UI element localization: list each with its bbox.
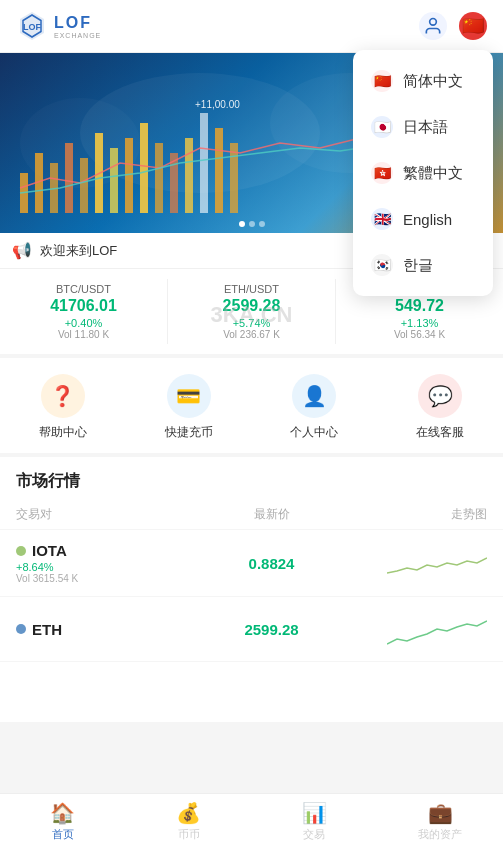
ticker-btc-vol: Vol 11.80 K bbox=[8, 329, 159, 340]
nav-trade-label: 交易 bbox=[303, 827, 325, 842]
ticker-btc-change: +0.40% bbox=[8, 317, 159, 329]
logo: LOF LOF EXCHANGE bbox=[16, 10, 101, 42]
traditional-chinese-label: 繁體中文 bbox=[403, 164, 463, 183]
svg-rect-15 bbox=[140, 123, 148, 213]
nav-coins[interactable]: 💰 币币 bbox=[126, 794, 252, 849]
announce-icon: 📢 bbox=[12, 241, 32, 260]
lang-traditional-chinese[interactable]: 🇭🇰 繁體中文 bbox=[353, 150, 493, 196]
ticker-eth-price: 2599.28 bbox=[176, 297, 327, 315]
japanese-flag: 🇯🇵 bbox=[371, 116, 393, 138]
market-header-chart: 走势图 bbox=[387, 506, 487, 523]
iota-dot bbox=[16, 546, 26, 556]
iota-price: 0.8824 bbox=[156, 555, 387, 572]
eth-name: ETH bbox=[16, 621, 156, 638]
iota-vol: Vol 3615.54 K bbox=[16, 573, 156, 584]
ticker-btc-price: 41706.01 bbox=[8, 297, 159, 315]
support-icon-wrap: 💬 bbox=[418, 374, 462, 418]
banner-dot-2[interactable] bbox=[249, 221, 255, 227]
help-icon: ❓ bbox=[50, 384, 75, 408]
svg-text:+11,00.00: +11,00.00 bbox=[195, 99, 240, 110]
profile-icon-wrap: 👤 bbox=[292, 374, 336, 418]
nav-coins-label: 币币 bbox=[178, 827, 200, 842]
korean-flag: 🇰🇷 bbox=[371, 254, 393, 276]
svg-rect-16 bbox=[155, 143, 163, 213]
profile-icon[interactable] bbox=[419, 12, 447, 40]
svg-rect-21 bbox=[230, 143, 238, 213]
quick-profile[interactable]: 👤 个人中心 bbox=[252, 374, 378, 441]
help-icon-wrap: ❓ bbox=[41, 374, 85, 418]
banner-dots bbox=[239, 221, 265, 227]
coins-icon: 💰 bbox=[176, 801, 201, 825]
announce-text: 欢迎来到LOF bbox=[40, 242, 117, 260]
logo-sub: EXCHANGE bbox=[54, 32, 101, 39]
quick-profile-label: 个人中心 bbox=[290, 424, 338, 441]
ticker-bch-price: 549.72 bbox=[344, 297, 495, 315]
svg-text:LOF: LOF bbox=[23, 22, 41, 32]
ticker-bch-vol: Vol 56.34 K bbox=[344, 329, 495, 340]
quick-help-label: 帮助中心 bbox=[39, 424, 87, 441]
quick-help[interactable]: ❓ 帮助中心 bbox=[0, 374, 126, 441]
iota-info: IOTA +8.64% Vol 3615.54 K bbox=[16, 542, 156, 584]
ticker-eth-vol: Vol 236.67 K bbox=[176, 329, 327, 340]
banner-dot-1[interactable] bbox=[239, 221, 245, 227]
logo-text: LOF bbox=[54, 14, 101, 32]
ticker-btc-pair: BTC/USDT bbox=[8, 283, 159, 295]
home-icon: 🏠 bbox=[50, 801, 75, 825]
quick-recharge-label: 快捷充币 bbox=[165, 424, 213, 441]
market-header-price: 最新价 bbox=[156, 506, 387, 523]
support-icon: 💬 bbox=[428, 384, 453, 408]
english-label: English bbox=[403, 211, 452, 228]
eth-info: ETH bbox=[16, 621, 156, 638]
market-header-pair: 交易对 bbox=[16, 506, 156, 523]
market-section: 市场行情 交易对 最新价 走势图 IOTA +8.64% Vol 3615.54… bbox=[0, 457, 503, 722]
lang-korean[interactable]: 🇰🇷 한글 bbox=[353, 242, 493, 288]
quick-recharge[interactable]: 💳 快捷充币 bbox=[126, 374, 252, 441]
svg-rect-18 bbox=[185, 138, 193, 213]
iota-name: IOTA bbox=[16, 542, 156, 559]
banner-dot-3[interactable] bbox=[259, 221, 265, 227]
nav-assets[interactable]: 💼 我的资产 bbox=[377, 794, 503, 849]
nav-home-label: 首页 bbox=[52, 827, 74, 842]
svg-rect-19 bbox=[200, 113, 208, 213]
svg-rect-10 bbox=[65, 143, 73, 213]
ticker-eth[interactable]: ETH/USDT 2599.28 +5.74% Vol 236.67 K bbox=[168, 279, 336, 344]
market-title: 市场行情 bbox=[0, 457, 503, 500]
nav-home[interactable]: 🏠 首页 bbox=[0, 794, 126, 849]
svg-point-3 bbox=[430, 19, 437, 26]
traditional-chinese-flag: 🇭🇰 bbox=[371, 162, 393, 184]
svg-rect-14 bbox=[125, 138, 133, 213]
ticker-bch-change: +1.13% bbox=[344, 317, 495, 329]
lang-japanese[interactable]: 🇯🇵 日本語 bbox=[353, 104, 493, 150]
english-flag: 🇬🇧 bbox=[371, 208, 393, 230]
quick-support-label: 在线客服 bbox=[416, 424, 464, 441]
language-dropdown: 🇨🇳 简体中文 🇯🇵 日本語 🇭🇰 繁體中文 🇬🇧 English 🇰🇷 한글 bbox=[353, 50, 493, 296]
bottom-nav: 🏠 首页 💰 币币 📊 交易 💼 我的资产 bbox=[0, 793, 503, 849]
ticker-eth-change: +5.74% bbox=[176, 317, 327, 329]
recharge-icon: 💳 bbox=[176, 384, 201, 408]
quick-support[interactable]: 💬 在线客服 bbox=[377, 374, 503, 441]
lang-english[interactable]: 🇬🇧 English bbox=[353, 196, 493, 242]
simplified-chinese-label: 简体中文 bbox=[403, 72, 463, 91]
iota-change: +8.64% bbox=[16, 561, 156, 573]
header-right: 🇨🇳 bbox=[419, 12, 487, 40]
market-row-eth[interactable]: ETH 2599.28 bbox=[0, 597, 503, 662]
ticker-btc[interactable]: BTC/USDT 41706.01 +0.40% Vol 11.80 K bbox=[0, 279, 168, 344]
eth-dot bbox=[16, 624, 26, 634]
logo-icon: LOF bbox=[16, 10, 48, 42]
market-header: 交易对 最新价 走势图 bbox=[0, 500, 503, 530]
assets-icon: 💼 bbox=[428, 801, 453, 825]
nav-trade[interactable]: 📊 交易 bbox=[252, 794, 378, 849]
header: LOF LOF EXCHANGE 🇨🇳 bbox=[0, 0, 503, 53]
profile-quick-icon: 👤 bbox=[302, 384, 327, 408]
lang-simplified-chinese[interactable]: 🇨🇳 简体中文 bbox=[353, 58, 493, 104]
svg-rect-20 bbox=[215, 128, 223, 213]
market-row-iota[interactable]: IOTA +8.64% Vol 3615.54 K 0.8824 bbox=[0, 530, 503, 597]
eth-sparkline bbox=[387, 609, 487, 649]
quick-actions: ❓ 帮助中心 💳 快捷充币 👤 个人中心 💬 在线客服 bbox=[0, 358, 503, 457]
language-flag-icon[interactable]: 🇨🇳 bbox=[459, 12, 487, 40]
eth-price: 2599.28 bbox=[156, 621, 387, 638]
simplified-chinese-flag: 🇨🇳 bbox=[371, 70, 393, 92]
trade-icon: 📊 bbox=[302, 801, 327, 825]
ticker-eth-pair: ETH/USDT bbox=[176, 283, 327, 295]
svg-rect-13 bbox=[110, 148, 118, 213]
